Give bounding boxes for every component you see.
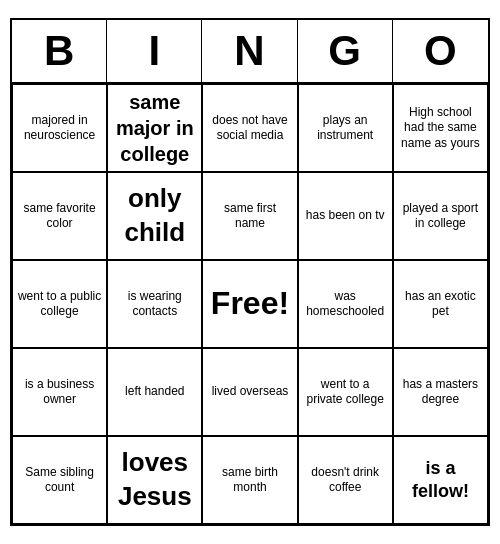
bingo-cell-23: doesn't drink coffee (298, 436, 393, 524)
bingo-cell-22: same birth month (202, 436, 297, 524)
bingo-cell-10: went to a public college (12, 260, 107, 348)
bingo-grid: majored in neurosciencesame major in col… (12, 84, 488, 524)
bingo-letter-i: I (107, 20, 202, 82)
bingo-cell-18: went to a private college (298, 348, 393, 436)
bingo-letter-g: G (298, 20, 393, 82)
bingo-cell-9: played a sport in college (393, 172, 488, 260)
bingo-cell-15: is a business owner (12, 348, 107, 436)
bingo-header: BINGO (12, 20, 488, 84)
bingo-cell-6: only child (107, 172, 202, 260)
bingo-cell-8: has been on tv (298, 172, 393, 260)
bingo-cell-2: does not have social media (202, 84, 297, 172)
bingo-card: BINGO majored in neurosciencesame major … (10, 18, 490, 526)
bingo-letter-b: B (12, 20, 107, 82)
bingo-cell-4: High school had the same name as yours (393, 84, 488, 172)
bingo-cell-11: is wearing contacts (107, 260, 202, 348)
bingo-cell-16: left handed (107, 348, 202, 436)
bingo-cell-17: lived overseas (202, 348, 297, 436)
bingo-cell-12: Free! (202, 260, 297, 348)
bingo-cell-0: majored in neuroscience (12, 84, 107, 172)
bingo-cell-1: same major in college (107, 84, 202, 172)
bingo-cell-7: same first name (202, 172, 297, 260)
bingo-cell-20: Same sibling count (12, 436, 107, 524)
bingo-cell-3: plays an instrument (298, 84, 393, 172)
bingo-letter-n: N (202, 20, 297, 82)
bingo-cell-21: loves Jesus (107, 436, 202, 524)
bingo-letter-o: O (393, 20, 488, 82)
bingo-cell-24: is a fellow! (393, 436, 488, 524)
bingo-cell-19: has a masters degree (393, 348, 488, 436)
bingo-cell-14: has an exotic pet (393, 260, 488, 348)
bingo-cell-13: was homeschooled (298, 260, 393, 348)
bingo-cell-5: same favorite color (12, 172, 107, 260)
